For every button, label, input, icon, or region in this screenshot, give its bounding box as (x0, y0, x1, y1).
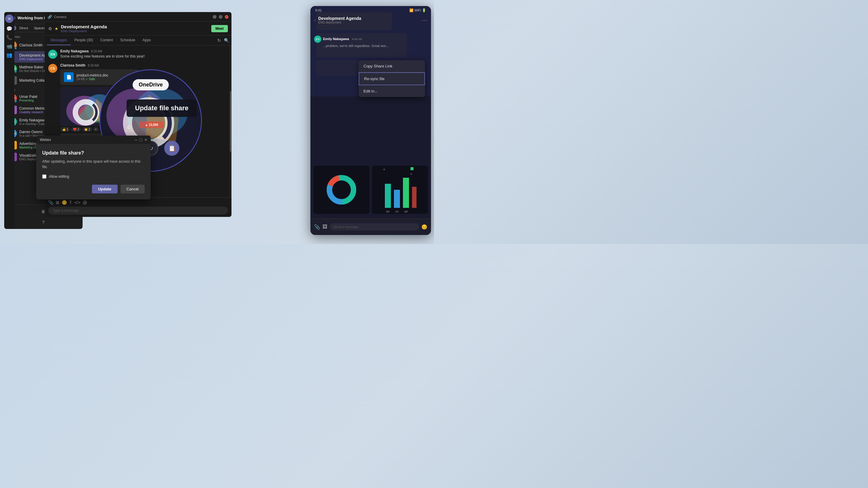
svg-text:C: C (127, 126, 130, 130)
context-copy-share-link[interactable]: Copy Share Link (359, 60, 425, 72)
dialog-actions: Update Cancel (42, 185, 145, 193)
scroll-track (230, 45, 231, 197)
allow-editing-checkbox[interactable] (42, 174, 46, 178)
meeting-strip-icon[interactable]: 📹 (6, 43, 12, 49)
mobile-msg-emily: EN Emily Nakagawa 8:45 AM ...problem, we… (310, 33, 431, 50)
mobile-input-bar: 📎 🖼 Send a message 😊 (310, 218, 431, 235)
chat-titlebar: 🔗 Connect – □ × (44, 12, 231, 22)
context-resync-file[interactable]: Re-sync file (359, 72, 425, 85)
dialog-title: Webex (40, 138, 135, 142)
mobile-photo-icon[interactable]: 🖼 (322, 224, 327, 230)
tab-apps[interactable]: Apps (139, 36, 154, 45)
chat-tab-icons: ↻ 🔍 (217, 38, 229, 43)
chat-subtitle: ENG Deployment (61, 29, 211, 33)
mobile-emily-name: Emily Nakagawa (323, 37, 349, 41)
titlebar-controls: – □ × (213, 15, 228, 19)
emoji-icon[interactable]: 😊 (62, 200, 67, 205)
dialog-desc: After updating, everyone in this space w… (42, 159, 145, 170)
meet-button[interactable]: Meet (211, 25, 228, 32)
context-edit-in[interactable]: Edit in... (359, 85, 425, 97)
reaction-2[interactable]: ❤️ 2 (71, 127, 81, 132)
dialog-body: Update file share? After updating, every… (36, 144, 151, 199)
chat-header-info: Development Agenda ENG Deployment (61, 24, 211, 33)
mobile-emily-time: 8:45 AM (352, 38, 362, 41)
team-strip-icon[interactable]: 👥 (6, 52, 12, 58)
tab-people[interactable]: People (30) (71, 36, 97, 45)
allow-editing-label: Allow editing (49, 174, 69, 178)
connect-icon: 🔗 (48, 15, 52, 19)
help-icon[interactable]: ? (39, 218, 48, 227)
dialog-maximize-btn[interactable]: □ (140, 137, 142, 142)
file-safe: ✓ Safe (86, 77, 95, 81)
input-toolbar: 📎 ⊞ 😊 T </> @ (48, 200, 228, 205)
format-icon[interactable]: T (69, 200, 72, 205)
scroll-thumb[interactable] (230, 91, 231, 152)
mobile-input-placeholder: Send a message (333, 225, 358, 229)
user-avatar-strip[interactable]: W (5, 14, 13, 23)
mobile-more-icon[interactable]: ⋯ (422, 17, 427, 24)
mobile-emily-avatar: EN (314, 36, 321, 43)
chat-input-area: 📎 ⊞ 😊 T </> @ Type a message (44, 197, 231, 217)
msg-clarissa-time: 8:28 AM (88, 64, 99, 67)
connect-label: Connect (54, 15, 66, 19)
msg-clarissa-header: Clarissa Smith 8:28 AM (60, 63, 228, 67)
mobile-context-menu: Copy Share Link Re-sync file Edit in... (359, 60, 425, 97)
mobile-chat-header: ‹ Development Agenda ENG deployment ⋯ (310, 15, 431, 25)
chat-input-box[interactable]: Type a message (48, 207, 228, 215)
settings-icon[interactable]: ⚙ (48, 26, 52, 31)
input-placeholder: Type a message (53, 208, 79, 213)
phone-strip-icon[interactable]: 📞 (6, 35, 12, 40)
file-doc-icon: 📄 (64, 72, 73, 82)
mobile-time: 9:41 (315, 8, 321, 12)
circle-onedrive-label: OneDrive (133, 79, 169, 90)
attach-icon[interactable]: 📎 (48, 200, 53, 205)
update-button[interactable]: Update (92, 185, 117, 193)
msg-emily-time: 8:20 AM (91, 50, 102, 53)
close-btn[interactable]: × (225, 15, 228, 19)
reaction-1[interactable]: 👍 1 (60, 127, 70, 132)
avatar-clarissa-msg: CS (48, 64, 57, 73)
mobile-status-bar: 9:41 📶 WiFi 🔋 (310, 6, 431, 15)
code-icon[interactable]: </> (74, 200, 81, 205)
refresh-tab-icon[interactable]: ↻ (217, 38, 221, 43)
gif-icon[interactable]: ⊞ (56, 200, 59, 205)
reaction-add[interactable]: + (93, 127, 98, 132)
maximize-btn[interactable]: □ (219, 15, 222, 19)
tab-messages[interactable]: Messages (47, 36, 71, 45)
tab-content[interactable]: Content (97, 36, 117, 45)
msg-emily-body: Emily Nakagawa 8:20 AM Some exciting new… (60, 49, 228, 59)
file-size: 24 KB (76, 77, 85, 81)
dialog-heading: Update file share? (42, 150, 145, 156)
search-tab-icon[interactable]: 🔍 (224, 38, 229, 43)
tab-schedule[interactable]: Schedule (117, 36, 139, 45)
mobile-header-sub: ENG deployment (318, 21, 422, 24)
chat-header: ⚙ ★ Development Agenda ENG Deployment Me… (44, 22, 231, 36)
avatar-emily-msg: EN (48, 50, 57, 59)
minimize-btn[interactable]: – (213, 15, 216, 19)
reaction-3[interactable]: 👏 2 (82, 127, 92, 132)
dialog-minimize-btn[interactable]: – (135, 137, 137, 142)
star-icon[interactable]: ★ (55, 26, 59, 31)
chat-title: Development Agenda (61, 24, 211, 29)
left-icon-strip: W 💬 📞 📹 👥 (4, 12, 14, 229)
message-emily: EN Emily Nakagawa 8:20 AM Some exciting … (48, 49, 228, 59)
chat-strip-icon[interactable]: 💬 (6, 26, 12, 32)
webex-dialog: Webex – □ × Update file share? After upd… (36, 135, 151, 199)
mobile-emoji-icon[interactable]: 😊 (421, 224, 427, 230)
circle-copy-btn[interactable]: 📋 (164, 141, 179, 156)
mobile-back-btn[interactable]: ‹ (314, 17, 316, 23)
msg-clarissa-name: Clarissa Smith (60, 63, 85, 67)
mobile-attach-icon[interactable]: 📎 (314, 224, 320, 230)
dialog-checkbox-row: Allow editing (42, 174, 145, 178)
mobile-header-info: Development Agenda ENG deployment (318, 16, 422, 24)
mobile-panel: 9:41 📶 WiFi 🔋 ‹ Development Agenda ENG d… (310, 6, 431, 235)
cancel-button[interactable]: Cancel (121, 185, 145, 193)
tab-direct[interactable]: Direct (16, 25, 31, 31)
msg-emily-text: Some exciting new features are in store … (60, 54, 228, 59)
mobile-header-title: Development Agenda (318, 16, 422, 21)
mobile-input-field[interactable]: Send a message (330, 223, 419, 230)
dialog-controls: – □ × (135, 137, 147, 142)
mention-icon[interactable]: @ (83, 200, 87, 205)
msg-emily-header: Emily Nakagawa 8:20 AM (60, 49, 228, 53)
dialog-close-btn[interactable]: × (145, 137, 147, 142)
